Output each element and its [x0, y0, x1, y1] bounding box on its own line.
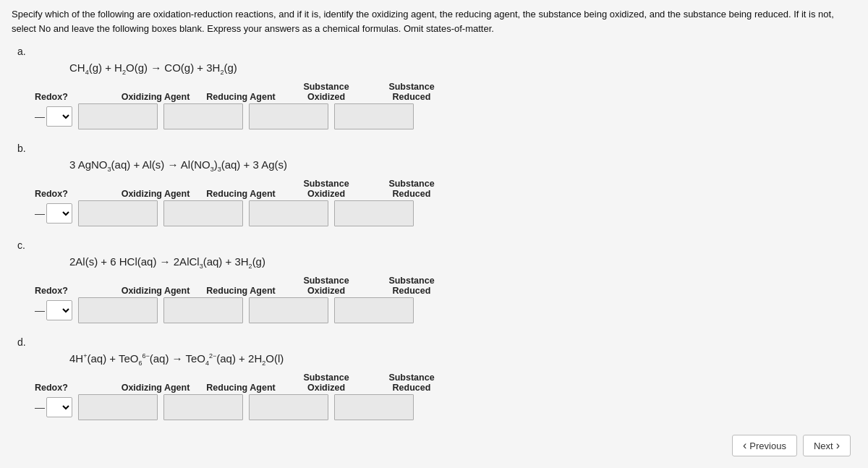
section-d-redox-header: Redox?	[35, 383, 78, 393]
section-b-redox-header: Redox?	[35, 189, 78, 199]
section-a-col-headers: Redox? Oxidizing Agent Reducing Agent Su…	[35, 82, 856, 102]
section-b-col-header-2: Substance Oxidized	[286, 179, 366, 199]
section-b-col-header-0: Oxidizing Agent	[116, 189, 195, 199]
section-c-oxidizing-agent[interactable]	[78, 297, 158, 323]
bottom-nav: Previous Next	[732, 435, 851, 456]
section-d-reducing-agent[interactable]	[163, 394, 243, 420]
section-c-redox-select[interactable]: Yes No	[46, 300, 72, 320]
instructions-text: Specify which of the following are oxida…	[12, 7, 856, 35]
section-a-col-header-3: Substance Reduced	[372, 82, 451, 102]
section-a-label: a.	[17, 46, 856, 57]
section-d-input-row: — Yes No	[35, 394, 856, 420]
section-c-input-row: — Yes No	[35, 297, 856, 323]
section-c-col-header-0: Oxidizing Agent	[116, 286, 195, 296]
section-b-oxidizing-agent[interactable]	[78, 200, 158, 226]
section-a-col-header-2: Substance Oxidized	[286, 82, 366, 102]
section-a-select-wrapper: — Yes No	[35, 106, 72, 127]
section-c-select-wrapper: — Yes No	[35, 300, 72, 320]
section-b-equation: 3 AgNO3(aq) + Al(s) → Al(NO3)3(aq) + 3 A…	[69, 158, 856, 173]
section-a-oxidizing-agent[interactable]	[78, 103, 158, 129]
section-a-reducing-agent[interactable]	[163, 103, 243, 129]
section-b-label: b.	[17, 142, 856, 154]
section-d-col-headers: Redox? Oxidizing Agent Reducing Agent Su…	[35, 373, 856, 393]
section-b-substance-reduced[interactable]	[334, 200, 414, 226]
section-b-select-wrapper: — Yes No	[35, 203, 72, 224]
section-d-substance-reduced[interactable]	[334, 394, 414, 420]
section-a-dash: —	[35, 111, 45, 122]
section-d-select-wrapper: — Yes No	[35, 397, 72, 417]
section-a-input-row: — Yes No	[35, 103, 856, 129]
section-d-oxidizing-agent[interactable]	[78, 394, 158, 420]
section-a-redox-header: Redox?	[35, 92, 78, 102]
section-c-col-header-2: Substance Oxidized	[286, 276, 366, 296]
section-c-substance-reduced[interactable]	[334, 297, 414, 323]
next-button[interactable]: Next	[803, 435, 851, 456]
section-c-dash: —	[35, 305, 45, 316]
section-c-col-header-1: Reducing Agent	[201, 286, 281, 296]
section-b-input-row: — Yes No	[35, 200, 856, 226]
section-b-col-headers: Redox? Oxidizing Agent Reducing Agent Su…	[35, 179, 856, 199]
previous-button[interactable]: Previous	[732, 435, 797, 456]
section-b-reducing-agent[interactable]	[163, 200, 243, 226]
section-d-dash: —	[35, 401, 45, 413]
section-a-redox-select[interactable]: Yes No	[46, 106, 72, 127]
section-d-label: d.	[17, 336, 856, 348]
chevron-right-icon	[836, 439, 840, 452]
section-b-col-header-3: Substance Reduced	[372, 179, 451, 199]
section-d-col-header-3: Substance Reduced	[372, 373, 451, 393]
section-d-col-header-1: Reducing Agent	[201, 383, 281, 393]
section-c-equation: 2Al(s) + 6 HCl(aq) → 2AlCl3(aq) + 3H2(g)	[69, 255, 856, 270]
section-b-dash: —	[35, 208, 45, 219]
section-a-substance-oxidized[interactable]	[249, 103, 328, 129]
section-a: a. CH4(g) + H2O(g) → CO(g) + 3H2(g) Redo…	[12, 46, 856, 129]
section-d-substance-oxidized[interactable]	[249, 394, 328, 420]
section-d-redox-select[interactable]: Yes No	[46, 397, 72, 417]
section-d-col-header-0: Oxidizing Agent	[116, 383, 195, 393]
previous-label: Previous	[749, 441, 786, 451]
section-b: b. 3 AgNO3(aq) + Al(s) → Al(NO3)3(aq) + …	[12, 142, 856, 226]
section-b-substance-oxidized[interactable]	[249, 200, 328, 226]
section-a-col-header-0: Oxidizing Agent	[116, 92, 195, 102]
section-c-redox-header: Redox?	[35, 286, 78, 296]
section-c-col-headers: Redox? Oxidizing Agent Reducing Agent Su…	[35, 276, 856, 296]
chevron-left-icon	[743, 439, 746, 452]
section-b-redox-select[interactable]: Yes No	[46, 203, 72, 224]
section-a-col-header-1: Reducing Agent	[201, 92, 281, 102]
section-c-reducing-agent[interactable]	[163, 297, 243, 323]
section-a-equation: CH4(g) + H2O(g) → CO(g) + 3H2(g)	[69, 61, 856, 76]
section-c-label: c.	[17, 239, 856, 251]
section-d-col-header-2: Substance Oxidized	[286, 373, 366, 393]
section-c: c. 2Al(s) + 6 HCl(aq) → 2AlCl3(aq) + 3H2…	[12, 239, 856, 323]
next-label: Next	[814, 441, 833, 451]
section-d-equation: 4H+(aq) + TeO66−(aq) → TeO42−(aq) + 2H2O…	[69, 352, 856, 367]
section-a-substance-reduced[interactable]	[334, 103, 414, 129]
section-c-col-header-3: Substance Reduced	[372, 276, 451, 296]
section-d: d. 4H+(aq) + TeO66−(aq) → TeO42−(aq) + 2…	[12, 336, 856, 420]
section-b-col-header-1: Reducing Agent	[201, 189, 281, 199]
section-c-substance-oxidized[interactable]	[249, 297, 328, 323]
